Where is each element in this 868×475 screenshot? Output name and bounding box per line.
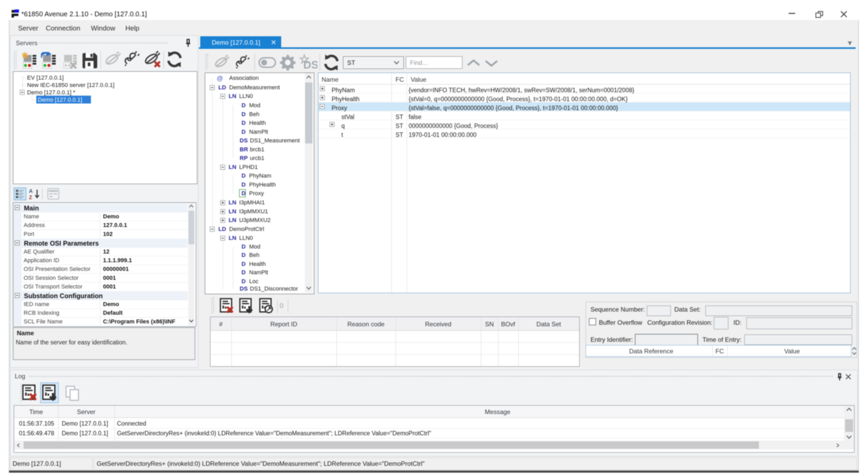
svg-text:DS: DS <box>303 59 317 71</box>
svg-text:A: A <box>29 188 33 194</box>
svg-text:Z: Z <box>29 194 32 200</box>
